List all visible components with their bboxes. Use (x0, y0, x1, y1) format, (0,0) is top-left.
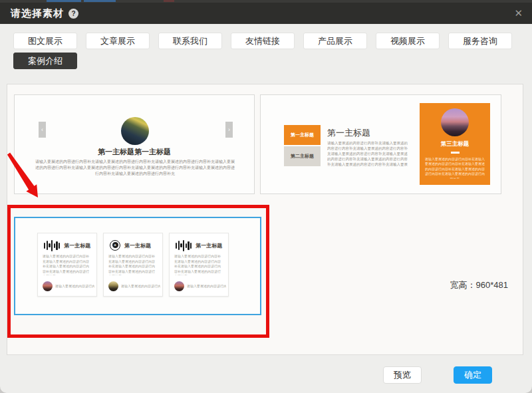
mini-card-title: 第一主标题 (196, 242, 222, 249)
mini-card-text: 请输入要展述的内容进行内容补充请输入要展述的内容进行内容补充请输入要展述的内容进… (108, 254, 158, 275)
background-artifact (84, 0, 116, 2)
template-tabbed-thumbnail[interactable]: 第一主标题 第二主标题 第一主标题 请输入要展述的内容进行内容补充请输入要展述的… (260, 94, 501, 194)
tab-case-intro-selected[interactable]: 案例介绍 (13, 53, 77, 69)
circle-a-icon (110, 240, 120, 251)
close-icon[interactable]: ✕ (514, 7, 523, 19)
template-placeholder-text: 请输入要展述的内容进行内容补充请输入要展述的内容进行内容补充请输入要展述的内容进… (327, 140, 410, 168)
select-material-dialog: 请选择素材 ? ✕ 图文展示 文章展示 联系我们 友情链接 产品展示 视频展示 … (0, 0, 532, 393)
template-cards-thumbnail-selected[interactable]: 第一主标题 请输入要展述的内容进行内容补充请输入要展述的内容进行内容补充请输入要… (14, 217, 261, 315)
waveform-icon (44, 239, 60, 251)
tab-image-text[interactable]: 图文展示 (13, 33, 77, 49)
mini-card-text: 请输入要展述的内容进行内容补充请输入要展述的内容进行内容补充请输入要展述的内容进… (43, 254, 92, 275)
chevron-left-icon: ‹ (39, 122, 46, 138)
mini-card-header: 第一主标题 (176, 239, 225, 251)
tab-products[interactable]: 产品展示 (303, 33, 367, 49)
templates-panel: ‹ › 第一主标题第一主标题 请输入要展述的内容进行内容补充请输入要展述的内容进… (7, 84, 523, 355)
mini-card-footer: 请输入要展述的内容进行内容补充 (174, 281, 226, 291)
panel-placeholder-text: 请输入要展述的内容进行内容补充请输入要展述的内容进行内容补充请输入要展述的内容进… (425, 157, 485, 179)
template-carousel-thumbnail[interactable]: ‹ › 第一主标题第一主标题 请输入要展述的内容进行内容补充请输入要展述的内容进… (14, 94, 255, 194)
panel-photo-circle (441, 108, 469, 136)
panel-heading: 第三主标题 (420, 140, 490, 148)
tab-friend-links[interactable]: 友情链接 (231, 33, 295, 49)
waveform-icon (176, 239, 192, 251)
template-heading: 第一主标题 (327, 127, 370, 139)
template-orange-panel: 第三主标题 请输入要展述的内容进行内容补充请输入要展述的内容进行内容补充请输入要… (420, 103, 490, 185)
tab-contact-us[interactable]: 联系我们 (158, 33, 222, 49)
template-placeholder-text: 请输入要展述的内容进行内容补充请输入要展述的内容进行内容补充请输入要展述的内容进… (35, 159, 235, 177)
avatar-photo (174, 281, 184, 291)
mini-card: 第一主标题 请输入要展述的内容进行内容补充请输入要展述的内容进行内容补充请输入要… (37, 233, 97, 297)
mini-card-footer-text: 请输入要展述的内容进行内容补充 (187, 284, 226, 288)
background-artifact (164, 0, 174, 2)
mini-card-footer-text: 请输入要展述的内容进行内容补充 (55, 284, 94, 288)
tab-article[interactable]: 文章展示 (86, 33, 150, 49)
category-tabs-row-2: 案例介绍 (13, 53, 77, 69)
mini-card-header: 第一主标题 (110, 239, 160, 251)
category-tabs-row: 图文展示 文章展示 联系我们 友情链接 产品展示 视频展示 服务咨询 (13, 33, 512, 49)
mini-card-text: 请输入要展述的内容进行内容补充请输入要展述的内容进行内容补充请输入要展述的内容进… (174, 254, 223, 275)
size-label: 宽高：960*481 (267, 279, 508, 291)
template-tab-secondary: 第二主标题 (284, 146, 321, 166)
preview-button[interactable]: 预览 (383, 366, 422, 384)
mini-card: 第一主标题 请输入要展述的内容进行内容补充请输入要展述的内容进行内容补充请输入要… (169, 233, 229, 297)
confirm-button[interactable]: 确定 (454, 366, 492, 384)
template-tab-primary: 第一主标题 (284, 125, 321, 145)
tab-video[interactable]: 视频展示 (376, 33, 440, 49)
mini-card-footer: 请输入要展述的内容进行内容补充 (108, 281, 160, 291)
chevron-right-icon: › (225, 122, 233, 138)
avatar-photo (108, 281, 118, 291)
tab-service[interactable]: 服务咨询 (448, 33, 512, 49)
mini-card-title: 第一主标题 (124, 242, 151, 249)
dialog-titlebar: 请选择素材 ? ✕ (0, 3, 532, 24)
mini-card-header: 第一主标题 (44, 239, 94, 251)
dialog-title: 请选择素材 (11, 7, 64, 20)
mini-card-footer: 请输入要展述的内容进行内容补充 (43, 281, 94, 291)
mini-card-footer-text: 请输入要展述的内容进行内容补充 (121, 284, 160, 288)
avatar-photo (43, 281, 53, 291)
mini-card-title: 第一主标题 (64, 242, 90, 249)
background-artifact (47, 0, 81, 2)
mini-card: 第一主标题 请输入要展述的内容进行内容补充请输入要展述的内容进行内容补充请输入要… (103, 233, 163, 297)
help-icon[interactable]: ? (68, 9, 78, 19)
carousel-photo-circle (121, 117, 149, 145)
template-heading: 第一主标题第一主标题 (15, 147, 254, 157)
divider (451, 152, 460, 154)
